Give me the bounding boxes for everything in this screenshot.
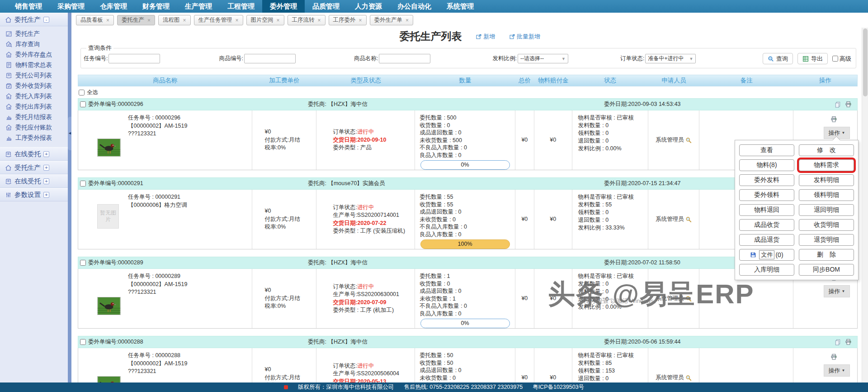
tab-close-icon[interactable]: ×: [106, 17, 109, 24]
batch-add-button[interactable]: 批量新增: [509, 33, 540, 41]
column-header-9[interactable]: 备注: [699, 76, 793, 85]
menu-button-pick-detail[interactable]: 领料明细: [799, 189, 854, 201]
menu-button-product-return[interactable]: 成品退货: [739, 234, 794, 246]
tab-production-task[interactable]: 生产任务管理×: [194, 15, 243, 25]
sidebar-group-trustee-production[interactable]: 受托生产+: [0, 161, 68, 174]
menu-button-modify[interactable]: 修 改: [799, 144, 854, 156]
lookup-magnifier-icon[interactable]: [685, 137, 692, 143]
action-dropdown-button[interactable]: 操作▼: [824, 364, 850, 377]
sidebar-item-entrust-production[interactable]: 委托生产: [0, 29, 68, 39]
advanced-checkbox[interactable]: [832, 56, 838, 62]
sidebar-group-entrust-production[interactable]: 委托生产-: [0, 13, 68, 26]
print-icon[interactable]: [845, 101, 852, 108]
order-checkbox[interactable]: [80, 181, 86, 186]
menu-button-product-receive[interactable]: 成品收货: [739, 219, 794, 231]
issue-ratio-select[interactable]: --请选择--▼: [518, 54, 568, 63]
order-checkbox[interactable]: [80, 101, 86, 107]
tab-process-outsource[interactable]: 工序委外×: [329, 15, 367, 25]
expand-toggle-icon[interactable]: +: [43, 151, 49, 157]
sidebar-group-online-entrust[interactable]: 在线委托+: [0, 147, 68, 161]
tab-close-icon[interactable]: ×: [406, 17, 409, 24]
column-header-6[interactable]: 物料赔付金: [534, 76, 572, 85]
product-no-input[interactable]: [244, 54, 296, 63]
menu-button-delete[interactable]: 删 除: [799, 249, 854, 261]
tab-entrust-production[interactable]: 委托生产×: [117, 15, 155, 25]
expand-toggle-icon[interactable]: +: [43, 178, 49, 184]
menu-button-material-return[interactable]: 物料退回: [739, 204, 794, 216]
column-header-10[interactable]: 操作: [793, 76, 857, 85]
menu-button-product-return-detail[interactable]: 退货明细: [799, 234, 854, 246]
tab-outsource-order[interactable]: 委外生产单×: [370, 15, 414, 25]
tab-close-icon[interactable]: ×: [147, 17, 151, 24]
tab-close-icon[interactable]: ×: [277, 17, 280, 24]
menu-button-return-detail[interactable]: 退回明细: [799, 204, 854, 216]
expand-toggle-icon[interactable]: +: [43, 165, 49, 171]
vertical-scrollbar[interactable]: [862, 28, 868, 392]
menu-button-outsource-pick[interactable]: 委外领料: [739, 189, 794, 201]
scrollbar-thumb[interactable]: [863, 29, 868, 96]
topnav-item-hr[interactable]: 人力资源: [347, 0, 390, 13]
print-icon[interactable]: [830, 354, 837, 360]
action-dropdown-button[interactable]: 操作▼: [824, 285, 850, 297]
lookup-magnifier-icon[interactable]: [685, 375, 692, 381]
topnav-item-engineering[interactable]: 工程管理: [220, 0, 262, 13]
select-all-checkbox[interactable]: [79, 90, 85, 96]
menu-button-material-demand[interactable]: 物料需求: [799, 159, 854, 171]
tab-image-space[interactable]: 图片空间×: [246, 15, 284, 25]
sidebar-item-outsource-receive-list[interactable]: 委外收货列表: [0, 81, 68, 91]
column-header-2[interactable]: 加工费单价: [252, 76, 317, 85]
menu-button-sync-bom[interactable]: 同步BOM: [799, 264, 854, 276]
tab-flow-chart[interactable]: 流程图×: [158, 15, 191, 25]
sidebar-item-outsource-stock-check[interactable]: 委外库存盘点: [0, 49, 68, 60]
column-header-5[interactable]: 总价: [515, 76, 534, 85]
menu-button-inbound-detail[interactable]: 入库明细: [739, 264, 794, 276]
column-header-8[interactable]: 申请人员: [648, 76, 700, 85]
copy-icon[interactable]: [835, 339, 841, 345]
sidebar-group-online-trustee[interactable]: 在线受托+: [0, 174, 68, 188]
search-button[interactable]: 查询: [763, 53, 793, 64]
add-new-button[interactable]: 新增: [476, 33, 495, 41]
topnav-item-production[interactable]: 生产管理: [177, 0, 220, 13]
lookup-magnifier-icon[interactable]: [685, 216, 692, 223]
topnav-item-system[interactable]: 系统管理: [439, 0, 481, 13]
menu-button-view[interactable]: 查看: [739, 144, 794, 156]
topnav-item-sales[interactable]: 销售管理: [7, 0, 50, 13]
sidebar-group-parameter-settings[interactable]: 参数设置+: [0, 188, 68, 201]
column-header-4[interactable]: 数量: [415, 76, 515, 85]
topnav-item-finance[interactable]: 财务管理: [135, 0, 177, 13]
tab-quality-board[interactable]: 品质看板×: [76, 15, 114, 25]
print-icon[interactable]: [830, 116, 837, 123]
menu-button-issue-detail[interactable]: 发料明细: [799, 174, 854, 186]
topnav-item-outsource[interactable]: 委外管理: [262, 0, 305, 13]
sidebar-item-process-outsource-report[interactable]: 工序委外报表: [0, 133, 68, 143]
topnav-item-oa[interactable]: 办公自动化: [390, 0, 439, 13]
sidebar-splitter[interactable]: ◄: [68, 13, 71, 392]
sidebar-item-entrust-monthly-report[interactable]: 委托月结报表: [0, 112, 68, 122]
sidebar-item-trustee-company-list[interactable]: 受托公司列表: [0, 70, 68, 81]
tab-process-flow[interactable]: 工序流转×: [288, 15, 326, 25]
column-header-3[interactable]: 类型及状态: [316, 76, 415, 85]
tab-close-icon[interactable]: ×: [318, 17, 321, 24]
collapse-toggle-icon[interactable]: -: [43, 17, 49, 23]
menu-button-materials[interactable]: 物料(8): [739, 159, 794, 171]
tab-close-icon[interactable]: ×: [236, 17, 239, 24]
export-button[interactable]: 导出: [797, 53, 828, 64]
topnav-item-warehouse[interactable]: 仓库管理: [92, 0, 135, 13]
sidebar-item-stock-query[interactable]: 库存查询: [0, 39, 68, 49]
advanced-toggle[interactable]: 高级: [832, 55, 851, 63]
tab-close-icon[interactable]: ×: [359, 17, 362, 24]
topnav-item-quality[interactable]: 品质管理: [305, 0, 347, 13]
sidebar-item-material-demand-summary[interactable]: 物料需求总表: [0, 60, 68, 70]
tab-close-icon[interactable]: ×: [183, 17, 186, 24]
task-no-input[interactable]: [108, 54, 160, 63]
sidebar-item-entrust-payable[interactable]: ¥委托应付账款: [0, 122, 68, 133]
sidebar-item-entrust-inbound-list[interactable]: 委托入库列表: [0, 91, 68, 101]
menu-button-receive-detail[interactable]: 收货明细: [799, 219, 854, 231]
product-name-input[interactable]: [379, 54, 430, 63]
copy-icon[interactable]: [835, 101, 841, 108]
menu-button-outsource-issue[interactable]: 委外发料: [739, 174, 794, 186]
column-header-7[interactable]: 状态: [572, 76, 648, 85]
order-status-select[interactable]: 准备中+进行中▼: [645, 54, 696, 63]
column-header-1[interactable]: 商品名称: [78, 76, 252, 85]
sidebar-item-entrust-outbound-list[interactable]: 委托出库列表: [0, 101, 68, 112]
